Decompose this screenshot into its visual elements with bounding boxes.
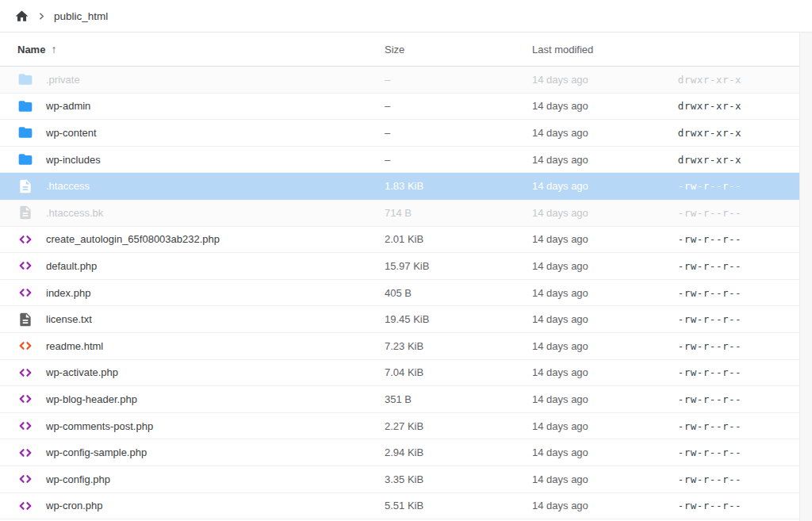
- file-size: 7.04 KiB: [385, 366, 532, 378]
- table-row[interactable]: wp-activate.php 7.04 KiB 14 days ago -rw…: [0, 360, 799, 387]
- file-size: –: [385, 154, 532, 166]
- file-name: wp-includes: [46, 154, 385, 166]
- file-modified: 14 days ago: [532, 313, 678, 325]
- file-permissions: -rw-r--r--: [678, 420, 799, 432]
- file-permissions: drwxr-xr-x: [678, 154, 799, 166]
- file-name: wp-cron.php: [46, 500, 385, 511]
- file-manager: public_html Name ↑ Size Last modified .p…: [0, 0, 812, 521]
- code-icon: [17, 498, 33, 514]
- table-row[interactable]: wp-cron.php 5.51 KiB 14 days ago -rw-r--…: [0, 493, 799, 520]
- file-name: wp-content: [46, 127, 385, 139]
- code-icon: [17, 365, 33, 381]
- file-icon: [17, 312, 33, 328]
- file-size: 1.83 KiB: [385, 180, 532, 192]
- file-modified: 14 days ago: [532, 420, 678, 432]
- file-permissions: drwxr-xr-x: [678, 74, 799, 86]
- code-icon: [17, 338, 33, 354]
- file-name: wp-config.php: [46, 473, 385, 485]
- file-size: 15.97 KiB: [385, 260, 532, 272]
- table-row[interactable]: wp-includes – 14 days ago drwxr-xr-x: [0, 147, 799, 174]
- table-row[interactable]: wp-content – 14 days ago drwxr-xr-x: [0, 120, 799, 147]
- column-header-size[interactable]: Size: [385, 44, 532, 56]
- file-name: index.php: [46, 287, 385, 299]
- file-modified: 14 days ago: [532, 500, 678, 511]
- file-modified: 14 days ago: [532, 233, 678, 245]
- file-modified: 14 days ago: [532, 287, 678, 299]
- file-size: 405 B: [385, 287, 532, 299]
- table-row[interactable]: .htaccess.bk 714 B 14 days ago -rw-r--r-…: [0, 200, 799, 227]
- table-row[interactable]: wp-config-sample.php 2.94 KiB 14 days ag…: [0, 439, 799, 466]
- file-permissions: -rw-r--r--: [678, 313, 799, 325]
- file-size: 7.23 KiB: [385, 340, 532, 352]
- file-size: –: [385, 127, 532, 139]
- file-modified: 14 days ago: [532, 100, 678, 112]
- code-icon: [17, 445, 33, 461]
- folder-icon: [17, 151, 33, 167]
- column-header-last-modified[interactable]: Last modified: [532, 44, 799, 56]
- sort-ascending-icon: ↑: [51, 43, 56, 56]
- file-modified: 14 days ago: [532, 393, 678, 405]
- file-name: .htaccess: [46, 180, 385, 192]
- file-modified: 14 days ago: [532, 180, 678, 192]
- file-size: 2.27 KiB: [385, 420, 532, 432]
- file-permissions: -rw-r--r--: [678, 393, 799, 405]
- breadcrumb: public_html: [0, 0, 812, 33]
- file-permissions: -rw-r--r--: [678, 446, 799, 458]
- table-row[interactable]: wp-config.php 3.35 KiB 14 days ago -rw-r…: [0, 466, 799, 493]
- file-icon: [17, 178, 33, 194]
- code-icon: [17, 391, 33, 407]
- file-name: .htaccess.bk: [46, 207, 385, 219]
- code-icon: [17, 418, 33, 434]
- breadcrumb-path[interactable]: public_html: [54, 10, 108, 22]
- home-button[interactable]: [14, 9, 29, 24]
- file-permissions: -rw-r--r--: [678, 260, 799, 272]
- file-name: wp-blog-header.php: [46, 393, 385, 405]
- column-header-name[interactable]: Name ↑: [17, 43, 385, 56]
- file-permissions: -rw-r--r--: [678, 473, 799, 485]
- file-size: 714 B: [385, 207, 532, 219]
- file-modified: 14 days ago: [532, 207, 678, 219]
- table-row[interactable]: wp-comments-post.php 2.27 KiB 14 days ag…: [0, 413, 799, 440]
- file-modified: 14 days ago: [532, 366, 678, 378]
- table-row[interactable]: .htaccess 1.83 KiB 14 days ago -rw-r--r-…: [0, 173, 799, 200]
- file-modified: 14 days ago: [532, 340, 678, 352]
- table-row[interactable]: license.txt 19.45 KiB 14 days ago -rw-r-…: [0, 306, 799, 333]
- file-name: wp-config-sample.php: [46, 446, 385, 458]
- code-icon: [17, 285, 33, 301]
- file-permissions: -rw-r--r--: [678, 366, 799, 378]
- table-row[interactable]: create_autologin_65f08003ab232.php 2.01 …: [0, 227, 799, 254]
- file-modified: 14 days ago: [532, 74, 678, 86]
- file-name: default.php: [46, 260, 385, 272]
- file-size: 5.51 KiB: [385, 500, 532, 511]
- table-row[interactable]: default.php 15.97 KiB 14 days ago -rw-r-…: [0, 253, 799, 280]
- file-permissions: -rw-r--r--: [678, 207, 799, 219]
- file-name: wp-activate.php: [46, 366, 385, 378]
- table-row[interactable]: readme.html 7.23 KiB 14 days ago -rw-r--…: [0, 333, 799, 360]
- file-size: –: [385, 100, 532, 112]
- table-row[interactable]: wp-blog-header.php 351 B 14 days ago -rw…: [0, 386, 799, 413]
- file-size: 351 B: [385, 393, 532, 405]
- file-permissions: drwxr-xr-x: [678, 100, 799, 112]
- file-modified: 14 days ago: [532, 127, 678, 139]
- table-row[interactable]: wp-admin – 14 days ago drwxr-xr-x: [0, 94, 799, 121]
- file-name: .private: [46, 74, 385, 86]
- code-icon: [17, 232, 33, 247]
- chevron-right-icon: [37, 12, 46, 21]
- folder-icon: [17, 71, 33, 87]
- file-name: readme.html: [46, 340, 385, 352]
- file-size: 2.01 KiB: [385, 233, 532, 245]
- file-modified: 14 days ago: [532, 446, 678, 458]
- file-permissions: -rw-r--r--: [678, 340, 799, 352]
- table-row[interactable]: index.php 405 B 14 days ago -rw-r--r--: [0, 280, 799, 307]
- file-list: .private – 14 days ago drwxr-xr-x wp-adm…: [0, 67, 799, 519]
- file-size: 19.45 KiB: [385, 313, 532, 325]
- file-permissions: -rw-r--r--: [678, 500, 799, 511]
- file-permissions: -rw-r--r--: [678, 287, 799, 299]
- code-icon: [17, 258, 33, 274]
- file-size: 2.94 KiB: [385, 446, 532, 458]
- file-size: 3.35 KiB: [385, 473, 532, 485]
- file-name: create_autologin_65f08003ab232.php: [46, 233, 385, 245]
- table-row[interactable]: .private – 14 days ago drwxr-xr-x: [0, 67, 799, 94]
- scrollbar[interactable]: [799, 33, 812, 521]
- file-name: wp-comments-post.php: [46, 420, 385, 432]
